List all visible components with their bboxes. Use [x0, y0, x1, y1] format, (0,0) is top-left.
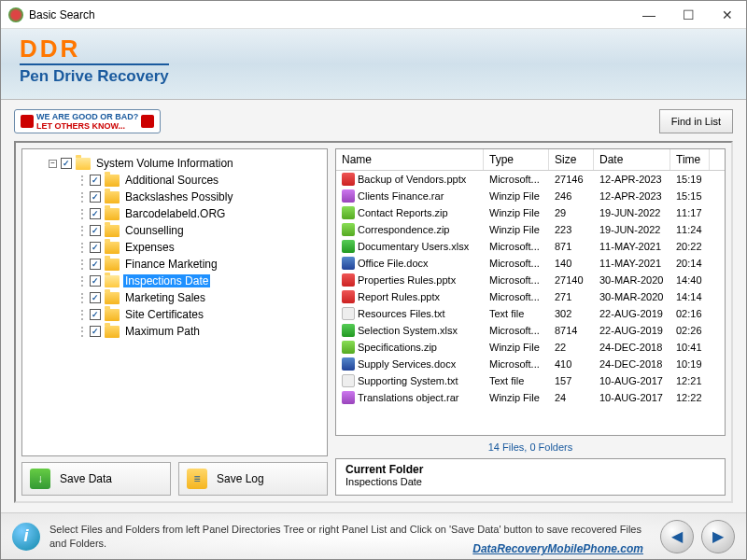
- header-size[interactable]: Size: [549, 149, 594, 170]
- file-name-cell: Backup of Vendors.pptx: [336, 172, 484, 187]
- tree-child-node[interactable]: ⋮✓Site Certificates: [26, 306, 323, 323]
- file-row[interactable]: Contact Reports.zip Winzip File 29 19-JU…: [336, 204, 725, 221]
- file-row[interactable]: Report Rules.pptx Microsoft... 271 30-MA…: [336, 288, 725, 305]
- tree-root-node[interactable]: −✓System Volume Information: [26, 155, 323, 172]
- tree-child-node[interactable]: ⋮✓Marketing Sales: [26, 289, 323, 306]
- tree-child-node[interactable]: ⋮✓Additional Sources: [26, 172, 323, 189]
- file-type-cell: Winzip File: [484, 341, 549, 354]
- file-time-cell: 12:21: [670, 374, 710, 387]
- folder-icon: [105, 191, 120, 203]
- minimize-button[interactable]: —: [638, 7, 660, 22]
- file-date-cell: 12-APR-2023: [594, 173, 670, 186]
- brand-logo: DDR: [20, 35, 727, 63]
- checkbox[interactable]: ✓: [90, 191, 101, 203]
- checkbox[interactable]: ✓: [90, 259, 101, 270]
- folder-icon: [105, 326, 120, 338]
- checkbox[interactable]: ✓: [90, 309, 101, 320]
- file-row[interactable]: Office File.docx Microsoft... 140 11-MAY…: [336, 255, 725, 272]
- file-size-cell: 410: [549, 357, 594, 371]
- file-type-icon: [342, 206, 355, 219]
- tree-node-label: System Volume Information: [94, 157, 235, 170]
- tree-node-label: Counselling: [123, 224, 186, 237]
- file-row[interactable]: Selection System.xlsx Microsoft... 8714 …: [336, 322, 725, 339]
- tree-child-node[interactable]: ⋮✓Inspections Date: [26, 273, 323, 289]
- file-size-cell: 22: [549, 341, 594, 354]
- header-type[interactable]: Type: [484, 149, 549, 170]
- tree-child-node[interactable]: ⋮✓Barcodelabeld.ORG: [26, 205, 323, 222]
- file-type-cell: Microsoft...: [484, 173, 549, 186]
- file-time-cell: 14:14: [670, 290, 710, 303]
- file-list-header: Name Type Size Date Time: [336, 149, 725, 171]
- file-type-cell: Microsoft...: [484, 357, 549, 371]
- tree-node-label: Inspections Date: [123, 274, 210, 287]
- expander-icon[interactable]: −: [49, 160, 57, 168]
- tree-child-node[interactable]: ⋮✓Backslashes Possibly: [26, 189, 323, 205]
- file-date-cell: 22-AUG-2019: [594, 324, 670, 337]
- checkbox[interactable]: ✓: [90, 242, 101, 253]
- file-time-cell: 11:17: [670, 206, 710, 219]
- file-type-icon: [342, 223, 355, 236]
- maximize-button[interactable]: ☐: [677, 7, 699, 22]
- main-panels: −✓System Volume Information⋮✓Additional …: [14, 141, 733, 503]
- file-row[interactable]: Resources Files.txt Text file 302 22-AUG…: [336, 305, 725, 322]
- directory-tree[interactable]: −✓System Volume Information⋮✓Additional …: [22, 149, 327, 455]
- tree-child-node[interactable]: ⋮✓Counselling: [26, 222, 323, 239]
- file-size-cell: 302: [549, 307, 594, 320]
- file-name-cell: Office File.docx: [336, 256, 484, 271]
- file-name-cell: Specifications.zip: [336, 340, 484, 355]
- file-row[interactable]: Specifications.zip Winzip File 22 24-DEC…: [336, 339, 725, 356]
- forward-button[interactable]: ▶: [701, 520, 735, 553]
- brand-subtitle: Pen Drive Recovery: [20, 63, 169, 86]
- checkbox[interactable]: ✓: [90, 326, 101, 337]
- checkbox[interactable]: ✓: [90, 275, 101, 287]
- file-type-icon: [342, 173, 355, 186]
- file-size-cell: 27140: [549, 273, 594, 287]
- file-row[interactable]: Supporting System.txt Text file 157 10-A…: [336, 372, 725, 389]
- footer-site-link[interactable]: DataRecoveryMobilePhone.com: [472, 542, 643, 555]
- file-size-cell: 246: [549, 189, 594, 203]
- tree-child-node[interactable]: ⋮✓Expenses: [26, 239, 323, 256]
- header-name[interactable]: Name: [336, 149, 484, 170]
- file-type-icon: [342, 307, 355, 320]
- checkbox[interactable]: ✓: [61, 158, 72, 169]
- tree-node-label: Expenses: [123, 241, 176, 254]
- file-row[interactable]: Backup of Vendors.pptx Microsoft... 2714…: [336, 171, 725, 188]
- file-name-cell: Contact Reports.zip: [336, 205, 484, 220]
- file-row[interactable]: Correspondence.zip Winzip File 223 19-JU…: [336, 221, 725, 238]
- file-type-cell: Winzip File: [484, 206, 549, 219]
- file-row[interactable]: Translations object.rar Winzip File 24 1…: [336, 389, 725, 406]
- tree-child-node[interactable]: ⋮✓Maximum Path: [26, 323, 323, 340]
- close-button[interactable]: ✕: [716, 7, 739, 22]
- feedback-button[interactable]: WE ARE GOOD OR BAD? LET OTHERS KNOW...: [14, 109, 161, 133]
- checkbox[interactable]: ✓: [90, 208, 101, 219]
- save-log-button[interactable]: Save Log: [178, 462, 328, 496]
- checkbox[interactable]: ✓: [90, 292, 101, 303]
- left-column: −✓System Volume Information⋮✓Additional …: [21, 148, 328, 496]
- file-date-cell: 19-JUN-2022: [594, 223, 670, 236]
- file-time-cell: 15:19: [670, 173, 710, 186]
- file-date-cell: 12-APR-2023: [594, 189, 670, 203]
- header-date[interactable]: Date: [594, 149, 670, 170]
- checkbox[interactable]: ✓: [90, 175, 101, 186]
- tree-child-node[interactable]: ⋮✓Finance Marketing: [26, 256, 323, 273]
- file-list-body[interactable]: Backup of Vendors.pptx Microsoft... 2714…: [336, 171, 725, 435]
- file-row[interactable]: Documentary Users.xlsx Microsoft... 871 …: [336, 238, 725, 255]
- file-row[interactable]: Supply Services.docx Microsoft... 410 24…: [336, 356, 725, 372]
- save-data-button[interactable]: Save Data: [21, 462, 171, 496]
- checkbox[interactable]: ✓: [90, 225, 101, 236]
- tree-node-label: Additional Sources: [123, 174, 220, 187]
- folder-icon: [105, 175, 120, 187]
- back-button[interactable]: ◀: [660, 520, 694, 553]
- file-time-cell: 20:22: [670, 240, 710, 253]
- file-row[interactable]: Properties Rules.pptx Microsoft... 27140…: [336, 272, 725, 288]
- find-in-list-button[interactable]: Find in List: [659, 109, 733, 133]
- header-time[interactable]: Time: [670, 149, 710, 170]
- save-buttons-row: Save Data Save Log: [21, 462, 328, 496]
- tree-node-label: Marketing Sales: [123, 291, 207, 304]
- folder-icon: [105, 292, 120, 304]
- footer: i Select Files and Folders from left Pan…: [1, 512, 746, 559]
- file-row[interactable]: Clients Finance.rar Winzip File 246 12-A…: [336, 188, 725, 204]
- toolbar: WE ARE GOOD OR BAD? LET OTHERS KNOW... F…: [14, 109, 733, 133]
- current-folder-name: Inspections Date: [345, 476, 715, 487]
- file-date-cell: 24-DEC-2018: [594, 357, 670, 371]
